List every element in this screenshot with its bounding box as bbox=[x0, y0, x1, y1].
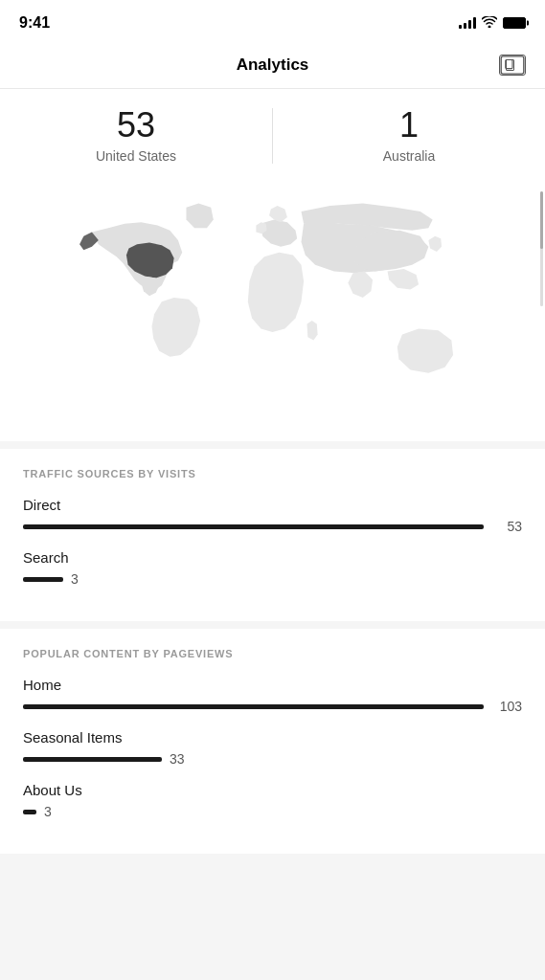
stat-label-us: United States bbox=[19, 148, 253, 164]
traffic-sources-section: TRAFFIC SOURCES BY VISITS Direct 53 Sear… bbox=[0, 449, 545, 621]
status-time: 9:41 bbox=[19, 14, 50, 32]
content-value-seasonal: 33 bbox=[170, 751, 185, 767]
wifi-icon bbox=[482, 16, 497, 31]
content-label-seasonal: Seasonal Items bbox=[23, 729, 522, 746]
traffic-fill-search bbox=[23, 577, 63, 582]
content-value-about: 3 bbox=[44, 804, 52, 819]
page-header: Analytics bbox=[0, 42, 545, 89]
scrollbar-track[interactable] bbox=[540, 191, 543, 306]
stat-label-au: Australia bbox=[292, 148, 526, 164]
content-value-home: 103 bbox=[493, 699, 522, 714]
signal-icon bbox=[459, 17, 476, 29]
battery-icon bbox=[503, 17, 526, 29]
popular-content-title: POPULAR CONTENT BY PAGEVIEWS bbox=[23, 648, 522, 659]
content-bar-row-about: 3 bbox=[23, 804, 522, 819]
calendar-icon[interactable] bbox=[499, 55, 526, 76]
popular-content-section: POPULAR CONTENT BY PAGEVIEWS Home 103 Se… bbox=[0, 629, 545, 854]
content-bar-about: About Us 3 bbox=[23, 782, 522, 819]
status-bar: 9:41 bbox=[0, 0, 545, 42]
content-fill-seasonal bbox=[23, 757, 162, 762]
svg-rect-1 bbox=[506, 60, 512, 69]
stat-number-us: 53 bbox=[19, 108, 253, 143]
content-bar-seasonal: Seasonal Items 33 bbox=[23, 729, 522, 767]
traffic-value-search: 3 bbox=[71, 571, 79, 587]
page-title: Analytics bbox=[237, 56, 309, 75]
content-label-home: Home bbox=[23, 677, 522, 693]
content-track-home bbox=[23, 704, 484, 709]
traffic-label-direct: Direct bbox=[23, 497, 522, 513]
stats-row: 53 United States 1 Australia bbox=[0, 89, 545, 173]
traffic-track-direct bbox=[23, 524, 484, 529]
stat-number-au: 1 bbox=[292, 108, 526, 143]
content-bar-row-seasonal: 33 bbox=[23, 751, 522, 767]
content-fill-about bbox=[23, 810, 36, 814]
traffic-sources-title: TRAFFIC SOURCES BY VISITS bbox=[23, 468, 522, 479]
traffic-bar-row-search: 3 bbox=[23, 571, 522, 587]
traffic-bar-direct: Direct 53 bbox=[23, 497, 522, 534]
stat-united-states: 53 United States bbox=[0, 108, 273, 164]
content-bar-row-home: 103 bbox=[23, 699, 522, 714]
traffic-bar-row-direct: 53 bbox=[23, 519, 522, 534]
traffic-label-search: Search bbox=[23, 549, 522, 566]
traffic-fill-direct bbox=[23, 524, 484, 529]
main-stats-card: 53 United States 1 Australia bbox=[0, 89, 545, 441]
stat-australia: 1 Australia bbox=[273, 108, 545, 164]
scrollbar-thumb[interactable] bbox=[540, 191, 543, 249]
content-fill-home bbox=[23, 704, 484, 709]
world-map bbox=[0, 173, 545, 441]
traffic-value-direct: 53 bbox=[493, 519, 522, 534]
content-label-about: About Us bbox=[23, 782, 522, 798]
traffic-bar-search: Search 3 bbox=[23, 549, 522, 587]
status-icons bbox=[459, 16, 526, 31]
content-bar-home: Home 103 bbox=[23, 677, 522, 714]
